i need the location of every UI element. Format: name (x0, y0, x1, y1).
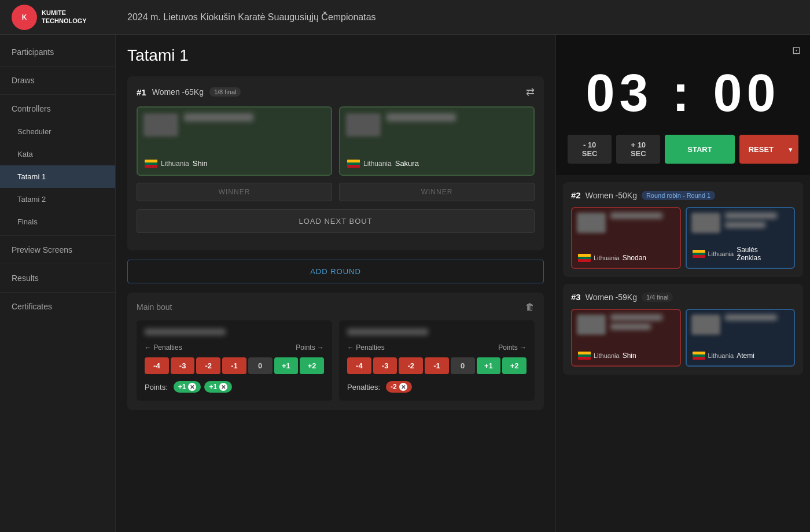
scorer2-labels: ← Penalties Points → (347, 343, 526, 352)
fighters-row: Lithuania Shin Lithuania Sakura (137, 106, 535, 176)
scorer1-tag2-remove[interactable]: ✕ (219, 383, 227, 391)
score-btn-pos1[interactable]: +1 (274, 357, 299, 374)
scorer2-tag1: -2 ✕ (386, 381, 412, 393)
scorer1-name (145, 328, 226, 335)
logo-text: KUMITETECHNOLOGY (42, 9, 87, 24)
score-btn-pos2[interactable]: +2 (300, 357, 324, 374)
reset-group: RESET ▾ (739, 135, 798, 164)
sidebar: Participants Draws Controllers Scheduler… (0, 35, 116, 532)
timer-section: ⊡ 03 : 00 (556, 35, 810, 135)
scorer1-labels: ← Penalties Points → (145, 343, 324, 352)
scorer1-btns: -4 -3 -2 -1 0 +1 +2 (145, 357, 324, 374)
score-btn-neg3[interactable]: -3 (171, 357, 195, 374)
sidebar-item-tatami2[interactable]: Tatami 2 (0, 188, 115, 210)
bout3-header: #3 Women -59Kg 1/4 final (571, 292, 795, 302)
bout3-name1 (610, 315, 662, 320)
scorer2-penalties-label: ← Penalties (347, 343, 385, 352)
reset-btn[interactable]: RESET (739, 135, 783, 164)
winner-row: WINNER WINNER (137, 183, 535, 201)
main-bout-header: Main bout 🗑 (137, 302, 535, 312)
load-next-btn[interactable]: LOAD NEXT BOUT (137, 209, 535, 233)
scorer2-card: ← Penalties Points → -4 -3 -2 -1 0 +1 +2… (339, 320, 535, 401)
bout2-country1: Lithuania (594, 254, 620, 261)
scorer1-tag1: +1 ✕ (174, 381, 201, 393)
bout2-category: Women -50Kg (586, 191, 637, 200)
scorer1-points-label: Points → (296, 343, 324, 352)
bout1-num: #1 (137, 87, 146, 97)
fighter2-card: Lithuania Sakura (339, 106, 535, 176)
bout3-flag2 (693, 352, 705, 360)
scorer2-btns: -4 -3 -2 -1 0 +1 +2 (347, 357, 526, 374)
bout3-name1b (610, 324, 651, 330)
scorer2-btn-neg4[interactable]: -4 (347, 357, 371, 374)
sidebar-item-kata[interactable]: Kata (0, 143, 115, 165)
scorer2-tag1-remove[interactable]: ✕ (399, 383, 407, 391)
bout3-info2: Lithuania Atemi (693, 352, 789, 360)
bout2-info1: Lithuania Shodan (578, 254, 674, 262)
scorer2-name (347, 328, 428, 335)
scorer2-penalties: Penalties: -2 ✕ (347, 381, 526, 393)
header-title: 2024 m. Lietuvos Kiokušin Karatė Suaugus… (127, 12, 376, 23)
swap-icon[interactable]: ⇄ (526, 86, 535, 98)
reset-arrow-btn[interactable]: ▾ (783, 135, 798, 164)
fighter2-country: Lithuania (363, 160, 392, 168)
bout3-category: Women -59Kg (586, 293, 637, 302)
scorer2-btn-0[interactable]: 0 (451, 357, 475, 374)
fighter2-dojo: Sakura (395, 159, 419, 168)
sidebar-item-results[interactable]: Results (0, 267, 115, 290)
start-btn[interactable]: START (665, 135, 734, 164)
sidebar-item-certificates[interactable]: Certificates (0, 295, 115, 318)
sidebar-item-draws[interactable]: Draws (0, 69, 115, 92)
page-title: Tatami 1 (127, 46, 544, 65)
sidebar-item-finals[interactable]: Finals (0, 210, 115, 233)
bout2-header: #2 Women -50Kg Round robin - Round 1 (571, 190, 795, 200)
score-btn-neg1[interactable]: -1 (222, 357, 246, 374)
sidebar-item-preview[interactable]: Preview Screens (0, 238, 115, 261)
main-layout: Participants Draws Controllers Scheduler… (0, 35, 810, 532)
scorer2-btn-neg3[interactable]: -3 (373, 357, 397, 374)
bout2-fighters: Lithuania Shodan Lithuania SaulėsŽenklas (571, 207, 795, 269)
fighter2-avatar (346, 113, 381, 136)
scoring-row: ← Penalties Points → -4 -3 -2 -1 0 +1 +2… (137, 320, 535, 401)
bout2-fighter1: Lithuania Shodan (571, 207, 681, 269)
bout2-flag1 (578, 254, 591, 262)
left-panel: Tatami 1 #1 Women -65Kg 1/8 final ⇄ Lith… (116, 35, 555, 532)
score-btn-neg4[interactable]: -4 (145, 357, 169, 374)
plus-10-btn[interactable]: + 10 SEC (616, 135, 660, 164)
bout3-fighter2: Lithuania Atemi (686, 309, 796, 367)
bout2-fighter2: Lithuania SaulėsŽenklas (686, 207, 796, 269)
sidebar-item-controllers[interactable]: Controllers (0, 97, 115, 120)
scorer2-btn-pos1[interactable]: +1 (477, 357, 501, 374)
bout3-card: #3 Women -59Kg 1/4 final Lithuania Shin (563, 284, 803, 375)
bout3-dojo1: Shin (623, 352, 636, 360)
score-btn-0[interactable]: 0 (248, 357, 273, 374)
add-round-btn[interactable]: ADD ROUND (127, 260, 544, 283)
bout2-avatar1 (577, 213, 606, 233)
winner1-btn[interactable]: WINNER (137, 183, 332, 201)
scorer2-btn-neg1[interactable]: -1 (425, 357, 449, 374)
sidebar-item-tatami1[interactable]: Tatami 1 (0, 165, 115, 188)
sidebar-item-scheduler[interactable]: Scheduler (0, 120, 115, 143)
score-btn-neg2[interactable]: -2 (196, 357, 220, 374)
winner2-btn[interactable]: WINNER (339, 183, 535, 201)
bout1-category: Women -65Kg (152, 87, 204, 97)
timer-display: 03 : 00 (568, 46, 798, 135)
minus-10-btn[interactable]: - 10 SEC (568, 135, 612, 164)
export-icon[interactable]: ⊡ (792, 44, 801, 57)
fighter2-flag (347, 160, 360, 168)
bout3-avatar2 (691, 315, 720, 335)
scorer2-btn-neg2[interactable]: -2 (399, 357, 423, 374)
fighter2-info: Lithuania Sakura (347, 159, 526, 168)
scorer1-card: ← Penalties Points → -4 -3 -2 -1 0 +1 +2… (137, 320, 332, 401)
scorer1-tag1-remove[interactable]: ✕ (188, 383, 196, 391)
bout3-flag1 (578, 352, 591, 360)
sidebar-item-participants[interactable]: Participants (0, 40, 115, 64)
bout3-num: #3 (571, 292, 581, 302)
scorer2-btn-pos2[interactable]: +2 (502, 357, 526, 374)
delete-icon[interactable]: 🗑 (525, 302, 535, 312)
timer-controls: - 10 SEC + 10 SEC START RESET ▾ (556, 135, 810, 175)
bout2-dojo2: SaulėsŽenklas (737, 246, 761, 262)
right-panel: ⊡ 03 : 00 - 10 SEC + 10 SEC START RESET … (555, 35, 810, 532)
fighter1-country: Lithuania (161, 160, 189, 168)
scorer1-tag2: +1 ✕ (204, 381, 232, 393)
